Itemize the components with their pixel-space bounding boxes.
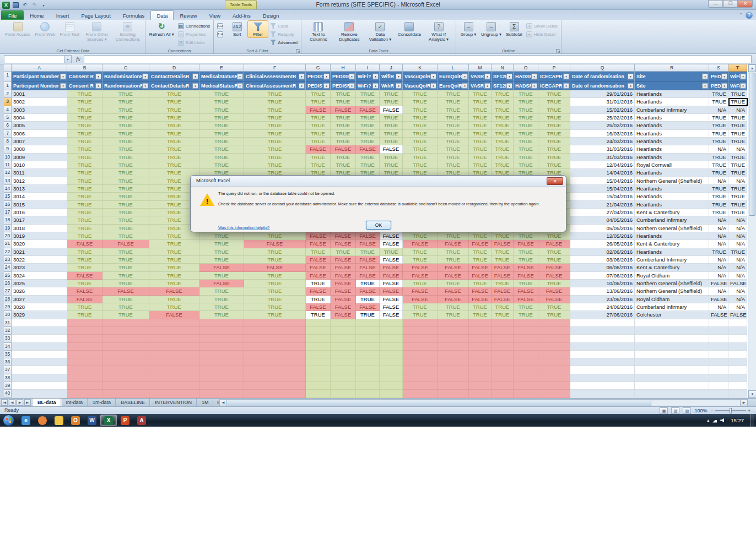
cell-B5[interactable]: TRUE [67,114,102,122]
cell-Q33[interactable] [570,335,635,342]
cell-P29[interactable]: TRUE [538,303,570,311]
cell-F8[interactable]: TRUE [244,138,306,145]
cell-S40[interactable] [709,390,728,397]
cell-I22[interactable]: TRUE [356,248,380,256]
filter-icon[interactable]: ▾ [192,74,198,80]
from-text-button[interactable]: From Text [57,20,81,38]
cell-R11[interactable]: Royal Cornwall [635,161,709,169]
cell-J20[interactable]: FALSE [380,232,403,240]
cell-O33[interactable] [514,335,538,342]
filter-icon[interactable]: ▾ [372,83,379,89]
filter-icon[interactable]: ▾ [462,83,468,89]
cell-N28[interactable]: FALSE [492,296,514,303]
subtotal-button[interactable]: Subtotal [504,20,525,38]
cell-B36[interactable] [67,358,102,366]
dialog-close-icon[interactable]: ✕ [547,177,563,185]
cell-D11[interactable]: TRUE [149,161,199,169]
scroll-up-icon[interactable]: ▲ [748,64,756,72]
filter-icon[interactable]: ▾ [142,83,148,89]
cell-S22[interactable]: TRUE [709,248,728,256]
cell-I36[interactable] [356,358,380,366]
filter-icon[interactable]: ▾ [396,74,402,80]
cell-S25[interactable]: N/A [709,272,728,280]
column-header-M[interactable]: M [469,64,492,72]
cell-S11[interactable]: TRUE [709,161,728,169]
cell-Q30[interactable]: 27/06/2016 [570,311,635,319]
cell-T35[interactable] [728,351,747,358]
cell-T38[interactable] [728,374,747,382]
row-header-39[interactable]: 39 [4,382,12,390]
cell-S30[interactable]: FALSE [709,311,728,319]
taskbar-icon-internet-explorer[interactable]: e [18,415,34,426]
sheet-tab-1m-data[interactable]: 1m-data [88,399,116,407]
hide-detail-button[interactable]: Hide Detail [525,30,559,38]
cell-O31[interactable] [514,319,538,327]
cell-S9[interactable]: N/A [709,145,728,153]
cell-O32[interactable] [514,327,538,335]
cell-S29[interactable]: N/A [709,303,728,311]
collapse-ribbon-icon[interactable]: ⌃ [739,13,743,18]
cell-Q34[interactable] [570,343,635,351]
cell-S10[interactable]: TRUE [709,154,728,161]
cell-B34[interactable] [67,343,102,351]
field-header-pedisr[interactable]: PEDISR▾ [331,72,356,82]
prev-sheet-icon[interactable]: ◀ [9,399,15,406]
row-header-24[interactable]: 24 [4,264,12,271]
cell-N30[interactable]: TRUE [492,311,514,319]
cell-R22[interactable]: Heartlands [635,248,709,256]
cell-O21[interactable]: FALSE [514,240,538,248]
cell-I39[interactable] [356,382,380,390]
cell-R9[interactable]: Heartlands [635,145,709,153]
cell-C7[interactable]: TRUE [102,130,149,138]
column-header-T[interactable]: T [728,64,747,72]
taskbar-icon-powerpoint[interactable]: P [117,415,133,426]
cell-F26[interactable]: TRUE [244,280,306,287]
tab-view[interactable]: View [203,10,226,20]
cell-E39[interactable] [199,382,244,390]
cell-P37[interactable] [538,366,570,374]
cell-N25[interactable]: FALSE [492,272,514,280]
cell-M5[interactable]: TRUE [469,114,492,122]
cell-R39[interactable] [635,382,709,390]
cell-N8[interactable]: TRUE [492,138,514,145]
filter-icon[interactable]: ▾ [237,74,243,80]
cell-N7[interactable]: TRUE [492,130,514,138]
help-icon[interactable]: ? [746,12,753,19]
cell-I2[interactable]: TRUE [356,90,380,98]
cell-C36[interactable] [102,358,149,366]
cell-N22[interactable]: TRUE [492,248,514,256]
cell-H37[interactable] [331,366,356,374]
cell-S6[interactable]: TRUE [709,122,728,129]
cell-E2[interactable]: TRUE [199,90,244,98]
cell-T27[interactable]: N/A [728,287,747,295]
filter-icon[interactable]: ▾ [192,83,198,89]
cell-T31[interactable] [728,319,747,327]
cell-L22[interactable]: TRUE [438,248,469,256]
cell-D10[interactable]: TRUE [149,154,199,161]
row-header-5[interactable]: 5 [4,114,12,122]
cell-K6[interactable]: TRUE [403,122,438,129]
cell-E27[interactable]: TRUE [199,287,244,295]
cell-E8[interactable]: TRUE [199,138,244,145]
cell-S21[interactable]: N/A [709,240,728,248]
row-header-33[interactable]: 33 [4,335,12,342]
filter-icon[interactable]: ▾ [462,74,468,80]
cell-G35[interactable] [306,351,331,358]
cell-C25[interactable]: TRUE [102,272,149,280]
cell-B12[interactable]: TRUE [67,169,102,177]
cell-A20[interactable]: 3019 [12,232,67,240]
cell-F33[interactable] [244,335,306,342]
cell-J11[interactable]: TRUE [380,161,403,169]
row-header-22[interactable]: 22 [4,248,12,256]
cell-F35[interactable] [244,351,306,358]
cell-A29[interactable]: 3028 [12,303,67,311]
cell-K4[interactable]: TRUE [403,106,438,114]
cell-S33[interactable] [709,335,728,342]
cell-L27[interactable]: FALSE [438,287,469,295]
cell-A8[interactable]: 3007 [12,138,67,145]
from-web-button[interactable]: From Web [33,20,57,38]
cell-B10[interactable]: TRUE [67,154,102,161]
cell-A16[interactable]: 3015 [12,201,67,209]
cell-M25[interactable]: FALSE [469,272,492,280]
cell-S27[interactable]: N/A [709,287,728,295]
